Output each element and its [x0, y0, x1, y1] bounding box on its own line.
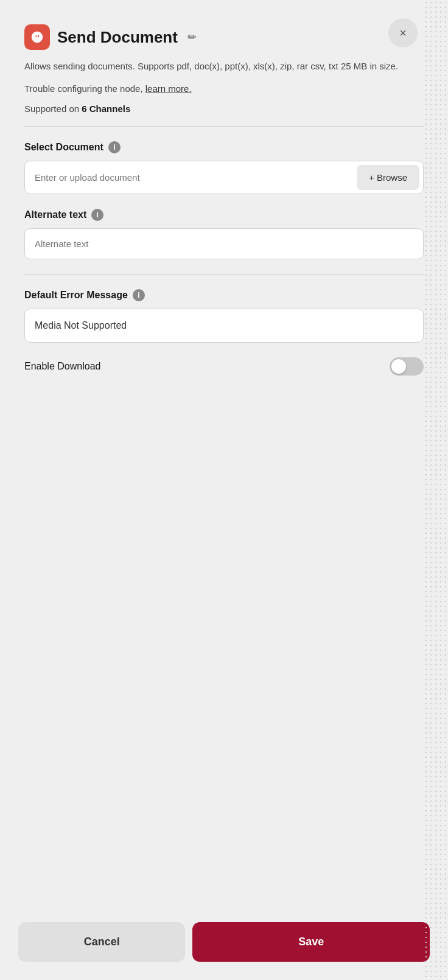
select-document-section: Select Document i + Browse [24, 141, 424, 194]
learn-more-text: Trouble configuring the node, learn more… [24, 83, 424, 94]
learn-more-link[interactable]: learn more. [145, 83, 192, 94]
edit-icon[interactable]: ✏ [187, 30, 197, 44]
error-message-input[interactable] [24, 309, 424, 343]
channel-count: 6 Channels [82, 103, 130, 114]
document-input-wrapper: + Browse [24, 161, 424, 194]
page-title: Send Document [57, 28, 178, 47]
section-divider [24, 274, 424, 275]
alternate-text-label: Alternate text i [24, 209, 424, 221]
select-document-info-icon[interactable]: i [108, 141, 121, 153]
supported-channels-text: Supported on 6 Channels [24, 103, 424, 114]
header-divider [24, 126, 424, 127]
alternate-text-section: Alternate text i [24, 209, 424, 259]
select-document-label: Select Document i [24, 141, 424, 153]
default-error-message-label: Default Error Message i [24, 289, 424, 301]
enable-download-label: Enable Download [24, 361, 100, 372]
main-content: × Send Document ✏ Allows sending documen… [0, 0, 448, 649]
alternate-text-input[interactable] [24, 228, 424, 259]
alternate-text-info-icon[interactable]: i [91, 209, 103, 221]
default-error-info-icon[interactable]: i [133, 289, 145, 301]
close-button[interactable]: × [388, 18, 418, 47]
enable-download-toggle[interactable] [390, 357, 424, 376]
footer: Cancel Save [0, 910, 448, 980]
toggle-track [390, 357, 424, 376]
page-container: × Send Document ✏ Allows sending documen… [0, 0, 448, 980]
save-button[interactable]: Save [192, 922, 430, 962]
description-text: Allows sending documents. Supports pdf, … [24, 60, 424, 74]
toggle-thumb [391, 359, 406, 374]
close-icon: × [399, 26, 407, 40]
node-icon [24, 24, 50, 50]
default-error-message-section: Default Error Message i [24, 289, 424, 343]
browse-button[interactable]: + Browse [357, 165, 419, 190]
document-input[interactable] [25, 161, 353, 194]
enable-download-row: Enable Download [24, 357, 424, 376]
header: Send Document ✏ [24, 24, 424, 50]
cancel-button[interactable]: Cancel [18, 922, 185, 962]
